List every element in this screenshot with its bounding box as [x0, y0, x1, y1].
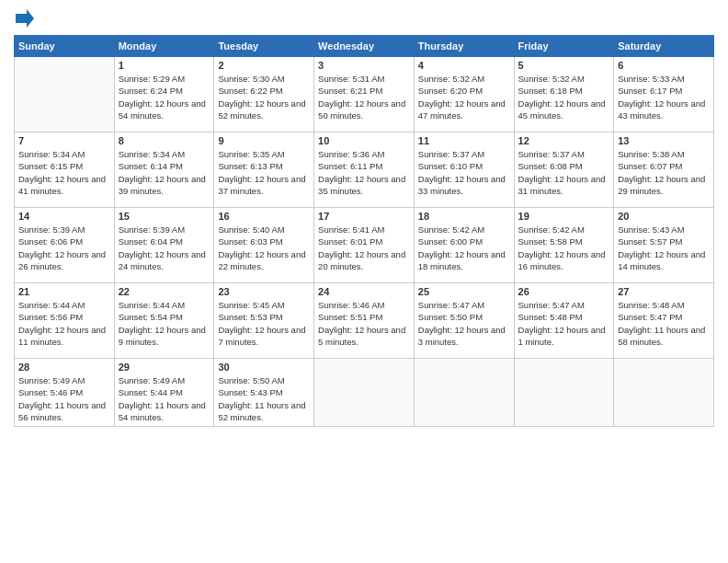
- calendar-header-row: SundayMondayTuesdayWednesdayThursdayFrid…: [15, 36, 714, 57]
- cell-info: Sunrise: 5:32 AMSunset: 6:18 PMDaylight:…: [518, 73, 610, 121]
- calendar-cell: 21Sunrise: 5:44 AMSunset: 5:56 PMDayligh…: [15, 283, 115, 359]
- calendar-cell: 7Sunrise: 5:34 AMSunset: 6:15 PMDaylight…: [15, 132, 115, 208]
- calendar-cell: 30Sunrise: 5:50 AMSunset: 5:43 PMDayligh…: [214, 359, 314, 427]
- sunset-text: Sunset: 6:10 PM: [418, 161, 483, 171]
- sunset-text: Sunset: 5:51 PM: [318, 312, 382, 322]
- logo-arrow-icon: [16, 9, 34, 28]
- day-number: 9: [218, 135, 310, 146]
- sunset-text: Sunset: 6:07 PM: [618, 161, 682, 171]
- sunset-text: Sunset: 6:18 PM: [518, 86, 583, 96]
- sunrise-text: Sunrise: 5:49 AM: [119, 375, 185, 385]
- sunset-text: Sunset: 6:03 PM: [218, 236, 282, 247]
- cell-info: Sunrise: 5:39 AMSunset: 6:04 PMDaylight:…: [119, 224, 210, 272]
- sunrise-text: Sunrise: 5:44 AM: [18, 300, 85, 310]
- daylight-text: Daylight: 12 hours and 29 minutes.: [618, 174, 705, 196]
- sunset-text: Sunset: 6:13 PM: [218, 161, 282, 171]
- sunset-text: Sunset: 5:47 PM: [618, 312, 682, 322]
- day-number: 20: [618, 211, 710, 222]
- cell-info: Sunrise: 5:38 AMSunset: 6:07 PMDaylight:…: [618, 148, 710, 197]
- cell-info: Sunrise: 5:50 AMSunset: 5:43 PMDaylight:…: [218, 374, 310, 423]
- sunrise-text: Sunrise: 5:39 AM: [18, 224, 85, 235]
- cell-info: Sunrise: 5:34 AMSunset: 6:15 PMDaylight:…: [18, 148, 110, 197]
- sunrise-text: Sunrise: 5:42 AM: [418, 224, 484, 235]
- cell-info: Sunrise: 5:31 AMSunset: 6:21 PMDaylight:…: [318, 73, 410, 121]
- daylight-text: Daylight: 12 hours and 20 minutes.: [318, 249, 405, 271]
- calendar-cell: 9Sunrise: 5:35 AMSunset: 6:13 PMDaylight…: [214, 132, 314, 208]
- calendar-cell: 23Sunrise: 5:45 AMSunset: 5:53 PMDayligh…: [214, 283, 314, 359]
- daylight-text: Daylight: 12 hours and 43 minutes.: [618, 98, 705, 121]
- daylight-text: Daylight: 12 hours and 18 minutes.: [418, 249, 506, 271]
- sunrise-text: Sunrise: 5:43 AM: [618, 224, 684, 235]
- daylight-text: Daylight: 12 hours and 7 minutes.: [218, 325, 305, 347]
- sunrise-text: Sunrise: 5:34 AM: [18, 149, 85, 159]
- sunset-text: Sunset: 5:57 PM: [618, 236, 682, 247]
- sunset-text: Sunset: 6:01 PM: [318, 236, 382, 247]
- calendar-cell: 1Sunrise: 5:29 AMSunset: 6:24 PMDaylight…: [114, 57, 214, 132]
- sunrise-text: Sunrise: 5:37 AM: [518, 149, 585, 159]
- sunset-text: Sunset: 6:06 PM: [18, 236, 83, 247]
- sunset-text: Sunset: 6:21 PM: [318, 86, 382, 96]
- cell-info: Sunrise: 5:36 AMSunset: 6:11 PMDaylight:…: [318, 148, 410, 197]
- daylight-text: Daylight: 12 hours and 16 minutes.: [518, 249, 606, 271]
- day-number: 2: [218, 60, 310, 71]
- cell-info: Sunrise: 5:48 AMSunset: 5:47 PMDaylight:…: [618, 299, 710, 348]
- sunset-text: Sunset: 5:46 PM: [18, 387, 83, 397]
- day-number: 21: [18, 286, 110, 297]
- daylight-text: Daylight: 11 hours and 58 minutes.: [618, 325, 705, 347]
- sunrise-text: Sunrise: 5:35 AM: [218, 149, 284, 159]
- cell-info: Sunrise: 5:45 AMSunset: 5:53 PMDaylight:…: [218, 299, 310, 348]
- cell-info: Sunrise: 5:46 AMSunset: 5:51 PMDaylight:…: [318, 299, 410, 348]
- calendar-cell: [15, 57, 115, 132]
- day-number: 13: [618, 135, 710, 146]
- sunset-text: Sunset: 6:11 PM: [318, 161, 382, 171]
- daylight-text: Daylight: 12 hours and 33 minutes.: [418, 174, 506, 196]
- calendar-week-row: 28Sunrise: 5:49 AMSunset: 5:46 PMDayligh…: [15, 359, 714, 427]
- calendar-cell: 27Sunrise: 5:48 AMSunset: 5:47 PMDayligh…: [614, 283, 714, 359]
- sunset-text: Sunset: 6:00 PM: [418, 236, 483, 247]
- day-number: 8: [119, 135, 210, 146]
- daylight-text: Daylight: 12 hours and 1 minute.: [518, 325, 606, 347]
- calendar-week-row: 7Sunrise: 5:34 AMSunset: 6:15 PMDaylight…: [15, 132, 714, 208]
- cell-info: Sunrise: 5:32 AMSunset: 6:20 PMDaylight:…: [418, 73, 510, 121]
- cell-info: Sunrise: 5:42 AMSunset: 6:00 PMDaylight:…: [418, 224, 510, 272]
- daylight-text: Daylight: 12 hours and 9 minutes.: [119, 325, 206, 347]
- sunrise-text: Sunrise: 5:30 AM: [218, 74, 284, 84]
- cell-info: Sunrise: 5:29 AMSunset: 6:24 PMDaylight:…: [119, 73, 210, 121]
- day-number: 22: [119, 286, 210, 297]
- calendar-week-row: 14Sunrise: 5:39 AMSunset: 6:06 PMDayligh…: [15, 208, 714, 283]
- sunset-text: Sunset: 6:20 PM: [418, 86, 483, 96]
- day-of-week-header: Monday: [114, 36, 214, 57]
- daylight-text: Daylight: 12 hours and 41 minutes.: [18, 174, 106, 196]
- day-number: 30: [218, 362, 310, 373]
- daylight-text: Daylight: 12 hours and 45 minutes.: [518, 98, 606, 121]
- day-number: 11: [418, 135, 510, 146]
- daylight-text: Daylight: 12 hours and 35 minutes.: [318, 174, 405, 196]
- sunset-text: Sunset: 5:58 PM: [518, 236, 583, 247]
- cell-info: Sunrise: 5:47 AMSunset: 5:50 PMDaylight:…: [418, 299, 510, 348]
- cell-info: Sunrise: 5:42 AMSunset: 5:58 PMDaylight:…: [518, 224, 610, 272]
- day-number: 24: [318, 286, 410, 297]
- calendar-cell: 14Sunrise: 5:39 AMSunset: 6:06 PMDayligh…: [15, 208, 115, 283]
- sunset-text: Sunset: 6:24 PM: [119, 86, 183, 96]
- sunrise-text: Sunrise: 5:47 AM: [518, 300, 585, 310]
- daylight-text: Daylight: 12 hours and 39 minutes.: [119, 174, 206, 196]
- sunset-text: Sunset: 6:14 PM: [119, 161, 183, 171]
- cell-info: Sunrise: 5:44 AMSunset: 5:56 PMDaylight:…: [18, 299, 110, 348]
- sunrise-text: Sunrise: 5:32 AM: [518, 74, 585, 84]
- page: SundayMondayTuesdayWednesdayThursdayFrid…: [0, 0, 728, 563]
- cell-info: Sunrise: 5:44 AMSunset: 5:54 PMDaylight:…: [119, 299, 210, 348]
- day-number: 18: [418, 211, 510, 222]
- calendar-cell: 16Sunrise: 5:40 AMSunset: 6:03 PMDayligh…: [214, 208, 314, 283]
- calendar-cell: 18Sunrise: 5:42 AMSunset: 6:00 PMDayligh…: [414, 208, 514, 283]
- daylight-text: Daylight: 12 hours and 5 minutes.: [318, 325, 405, 347]
- sunrise-text: Sunrise: 5:33 AM: [618, 74, 684, 84]
- calendar-cell: 24Sunrise: 5:46 AMSunset: 5:51 PMDayligh…: [314, 283, 415, 359]
- sunrise-text: Sunrise: 5:47 AM: [418, 300, 484, 310]
- day-number: 15: [119, 211, 210, 222]
- day-number: 19: [518, 211, 610, 222]
- daylight-text: Daylight: 12 hours and 3 minutes.: [418, 325, 506, 347]
- daylight-text: Daylight: 12 hours and 54 minutes.: [119, 98, 206, 121]
- daylight-text: Daylight: 12 hours and 11 minutes.: [18, 325, 106, 347]
- svg-marker-0: [16, 9, 34, 28]
- calendar-cell: 2Sunrise: 5:30 AMSunset: 6:22 PMDaylight…: [214, 57, 314, 132]
